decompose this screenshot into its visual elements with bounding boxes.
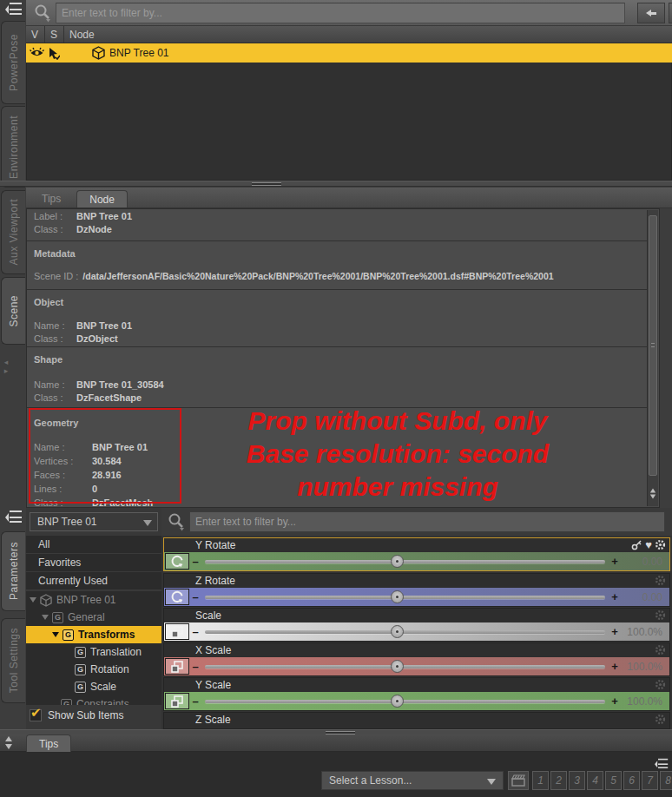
nav-back-button[interactable]	[637, 3, 665, 23]
scene-node-row[interactable]: BNP Tree 01	[26, 43, 672, 63]
slider-thumb[interactable]	[391, 660, 404, 673]
param-block-y-scale[interactable]: Y Scale – + 100.0%	[163, 677, 670, 711]
scene-filter-input[interactable]	[56, 3, 625, 23]
nudge-down-button[interactable]: –	[189, 555, 201, 568]
gear-icon[interactable]	[655, 714, 666, 725]
tab-tips-bottom[interactable]: Tips	[26, 734, 71, 752]
lesson-button-7[interactable]: 7	[642, 771, 658, 790]
lesson-clapperboard-button[interactable]	[508, 771, 529, 790]
dock-collapse-handle[interactable]: ◂▸	[2, 358, 10, 375]
selectable-cursor-icon[interactable]	[48, 47, 60, 60]
param-value[interactable]: 100.0%	[621, 695, 669, 708]
dock-tab-scene[interactable]: Scene	[1, 277, 25, 345]
lesson-button-5[interactable]: 5	[605, 771, 622, 790]
slider-thumb[interactable]	[391, 555, 404, 568]
lesson-button-1[interactable]: 1	[532, 771, 549, 790]
param-value[interactable]: 100.0%	[621, 626, 669, 638]
search-icon[interactable]	[167, 512, 189, 531]
info-tabbar: Tips Node	[26, 188, 672, 208]
group-icon	[75, 664, 86, 675]
tab-node[interactable]: Node	[76, 190, 128, 207]
tree-item-rotation[interactable]: Rotation	[26, 661, 161, 678]
scene-panel-menu-icon[interactable]	[5, 3, 23, 18]
nav-forward-button[interactable]	[669, 3, 672, 23]
tree-item-bnp-tree-01[interactable]: BNP Tree 01	[26, 591, 161, 609]
gear-icon[interactable]	[655, 679, 666, 690]
scrollbar-buttons[interactable]	[648, 482, 658, 504]
dock-tab-environment[interactable]: Environment	[1, 106, 25, 188]
horizontal-splitter-top[interactable]	[0, 181, 672, 187]
scrollbar-thumb[interactable]	[649, 215, 657, 476]
nudge-down-button[interactable]: –	[189, 660, 201, 673]
lesson-button-2[interactable]: 2	[550, 771, 567, 790]
info-scrollbar[interactable]	[647, 210, 658, 506]
slider-thumb[interactable]	[391, 695, 404, 708]
visibility-eye-icon[interactable]	[30, 47, 44, 59]
tree-item-transforms[interactable]: Transforms	[26, 626, 161, 643]
dock-tab-powerpose[interactable]: PowerPose	[1, 21, 25, 104]
nudge-up-button[interactable]: +	[609, 695, 621, 708]
sliders-filter-input[interactable]	[189, 511, 665, 532]
nudge-up-button[interactable]: +	[609, 660, 621, 673]
lesson-button-6[interactable]: 6	[623, 771, 640, 790]
key-icon[interactable]	[631, 539, 642, 550]
scene-list-header: V S Node	[26, 26, 672, 43]
param-block-y-rotate[interactable]: Y Rotate ♥ – + 0.00	[163, 537, 670, 571]
params-list-item-currently-used[interactable]: Currently Used	[26, 572, 161, 590]
lesson-button-8[interactable]: 8	[660, 771, 672, 790]
pane-updown-buttons[interactable]	[5, 736, 12, 749]
gear-icon[interactable]	[655, 539, 666, 550]
slider-track[interactable]	[205, 596, 605, 599]
gear-icon[interactable]	[655, 575, 666, 586]
param-value[interactable]: 0.00	[621, 556, 669, 568]
params-list-item-favorites[interactable]: Favorites	[26, 554, 161, 572]
favorite-heart-icon[interactable]: ♥	[645, 539, 652, 550]
dock-tab-aux-viewport[interactable]: Aux Viewport	[1, 190, 25, 274]
param-block-scale[interactable]: Scale – + 100.0%	[163, 608, 670, 642]
nudge-up-button[interactable]: +	[609, 590, 621, 603]
gear-icon[interactable]	[655, 609, 666, 621]
tree-item-constraints[interactable]: Constraints	[26, 695, 161, 705]
params-list-item-all[interactable]: All	[26, 536, 161, 554]
pane-up-icon[interactable]	[5, 736, 12, 741]
lesson-select-dropdown[interactable]: Select a Lesson...	[321, 771, 504, 790]
tab-tips[interactable]: Tips	[30, 190, 73, 207]
tree-item-translation[interactable]: Translation	[26, 643, 161, 661]
gear-icon[interactable]	[655, 644, 666, 655]
dock-tab-parameters[interactable]: Parameters	[1, 531, 25, 611]
slider-track[interactable]	[205, 630, 605, 634]
expander-icon[interactable]	[52, 632, 59, 637]
splitter-grip[interactable]	[252, 182, 281, 186]
param-value[interactable]: 100.0%	[621, 661, 669, 673]
nudge-up-button[interactable]: +	[609, 625, 621, 638]
scroll-up-icon[interactable]	[650, 488, 656, 492]
scroll-down-icon[interactable]	[650, 494, 656, 498]
slider-track[interactable]	[205, 700, 605, 703]
lesson-button-4[interactable]: 4	[587, 771, 603, 790]
nudge-down-button[interactable]: –	[189, 695, 201, 708]
slider-track[interactable]	[205, 560, 605, 563]
nudge-down-button[interactable]: –	[189, 590, 201, 603]
show-sub-items-checkbox[interactable]: ✔	[30, 709, 42, 721]
scene-list-body[interactable]	[26, 63, 672, 181]
param-value[interactable]: 0.00	[621, 591, 669, 603]
slider-thumb[interactable]	[391, 590, 404, 603]
bottom-panel-menu-icon[interactable]	[655, 759, 669, 771]
param-block-x-scale[interactable]: X Scale – + 100.0%	[163, 642, 670, 676]
dock-tab-tool-settings[interactable]: Tool Settings	[1, 618, 25, 703]
slider-track[interactable]	[205, 665, 605, 669]
param-block-z-scale[interactable]: Z Scale	[163, 712, 670, 729]
nudge-down-button[interactable]: –	[189, 625, 201, 638]
lesson-button-3[interactable]: 3	[569, 771, 585, 790]
expander-icon[interactable]	[30, 597, 36, 603]
search-icon[interactable]	[33, 3, 56, 23]
slider-thumb[interactable]	[391, 625, 404, 638]
pane-down-icon[interactable]	[5, 744, 12, 749]
node-selector-dropdown[interactable]: BNP Tree 01	[30, 512, 158, 531]
tree-item-scale[interactable]: Scale	[26, 678, 161, 695]
parameters-panel-menu-icon[interactable]	[5, 510, 23, 526]
tree-item-general[interactable]: General	[26, 609, 161, 626]
param-block-z-rotate[interactable]: Z Rotate – + 0.00	[163, 573, 670, 607]
expander-icon[interactable]	[42, 615, 49, 620]
nudge-up-button[interactable]: +	[609, 555, 621, 568]
